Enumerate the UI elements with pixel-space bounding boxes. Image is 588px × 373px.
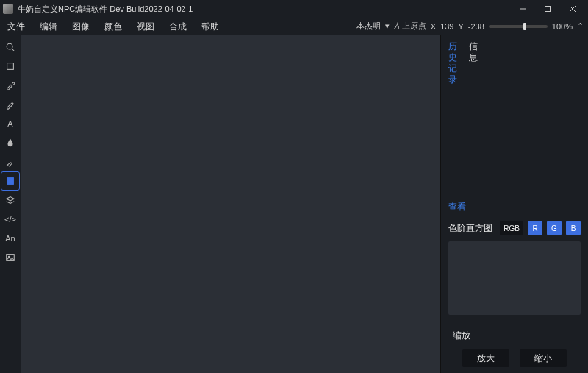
menu-4[interactable]: 视图	[129, 18, 162, 35]
menu-6[interactable]: 帮助	[194, 18, 226, 35]
svg-point-4	[7, 43, 12, 49]
anim-icon[interactable]: An	[1, 230, 19, 247]
chip-rgb[interactable]: RGB	[500, 221, 523, 235]
y-value: -238	[468, 22, 484, 31]
app-icon	[3, 4, 13, 14]
shape-icon[interactable]	[1, 172, 19, 190]
image-icon[interactable]	[1, 249, 19, 266]
caret-down-icon[interactable]: ▾	[385, 21, 390, 31]
text-icon[interactable]: A	[1, 115, 19, 132]
svg-line-5	[12, 49, 15, 51]
pencil-icon[interactable]	[1, 96, 19, 113]
zoom-out-button[interactable]: 缩小	[520, 349, 567, 367]
titlebar: 牛奶自定义NPC编辑软件 Dev Build2022-04-02-1	[0, 0, 588, 18]
right-panel: 历史记录信息 查看 色阶直方图 RGB R G B 缩放 放大 缩小	[441, 35, 588, 373]
x-label: X	[431, 22, 436, 31]
chip-r[interactable]: R	[528, 221, 542, 235]
histogram-box	[448, 241, 581, 315]
zoom-section-label: 缩放	[453, 330, 581, 342]
vtab-1[interactable]: 信息	[469, 41, 479, 63]
svg-rect-1	[545, 7, 551, 12]
brush-icon[interactable]	[1, 153, 19, 171]
expand-icon[interactable]: ⌃	[577, 21, 584, 31]
x-value: 139	[440, 22, 453, 31]
svg-rect-7	[7, 178, 14, 185]
menu-2[interactable]: 图像	[65, 18, 97, 35]
chip-b[interactable]: B	[566, 221, 581, 235]
svg-rect-6	[7, 63, 14, 70]
maximize-button[interactable]	[535, 0, 560, 18]
zoom-in-button[interactable]: 放大	[462, 349, 509, 367]
search-icon[interactable]	[1, 38, 19, 56]
menubar: 文件编辑图像颜色视图合成帮助 本杰明 ▾ 左上原点 X 139 Y -238 1…	[0, 18, 588, 35]
svg-rect-8	[7, 255, 15, 261]
rect-select-icon[interactable]	[1, 57, 19, 75]
menu-0[interactable]: 文件	[0, 18, 32, 35]
chip-g[interactable]: G	[547, 221, 562, 235]
close-button[interactable]	[560, 0, 585, 18]
vtab-0[interactable]: 历史记录	[448, 41, 459, 85]
histogram-label: 色阶直方图	[448, 222, 495, 235]
y-label: Y	[458, 22, 463, 31]
canvas[interactable]	[21, 35, 441, 373]
menu-1[interactable]: 编辑	[32, 18, 65, 35]
code-icon[interactable]: </>	[1, 210, 19, 228]
layers-icon[interactable]	[1, 191, 19, 209]
coord-area: 本杰明 ▾ 左上原点 X 139 Y -238 100% ⌃	[356, 21, 588, 32]
origin-label: 左上原点	[394, 21, 426, 32]
eyedropper-icon[interactable]	[1, 77, 19, 94]
toolbar: A</>An	[0, 35, 21, 373]
view-section-title[interactable]: 查看	[448, 201, 581, 213]
user-label: 本杰明	[356, 21, 381, 32]
menu-5[interactable]: 合成	[162, 18, 194, 35]
menu-3[interactable]: 颜色	[97, 18, 129, 35]
drop-icon[interactable]	[1, 134, 19, 152]
window-title: 牛奶自定义NPC编辑软件 Dev Build2022-04-02-1	[18, 4, 510, 15]
zoom-value: 100%	[552, 22, 573, 31]
minimize-button[interactable]	[510, 0, 535, 18]
window-controls	[510, 0, 585, 18]
zoom-slider[interactable]	[489, 25, 548, 28]
